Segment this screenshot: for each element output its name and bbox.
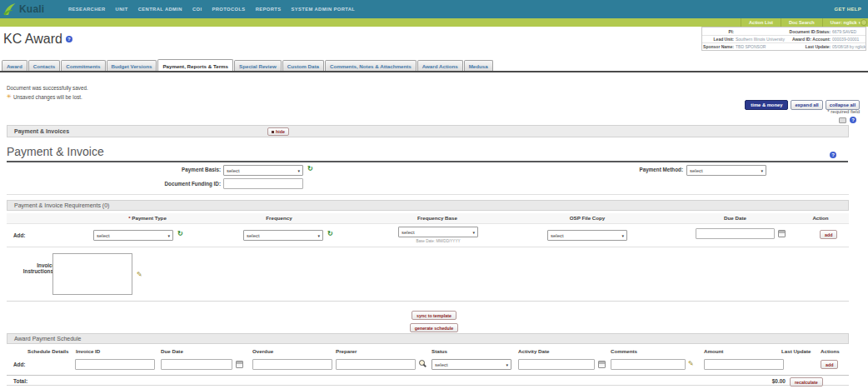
action-list-link[interactable]: Action List: [741, 18, 781, 27]
help-icon[interactable]: ?: [830, 152, 836, 158]
tab-commitments[interactable]: Commitments: [61, 60, 105, 71]
payment-type-header-text: Payment Type: [132, 215, 167, 221]
kuali-brand[interactable]: Kuali: [0, 2, 63, 16]
payment-invoices-panel-header: Payment & Invoices hide: [7, 125, 849, 137]
frequency-base-header: Frequency Base: [383, 215, 491, 221]
overdue-header: Overdue: [252, 348, 273, 354]
generate-schedule-button[interactable]: generate schedule: [410, 323, 459, 332]
lead-unit-label: Lead Unit:: [702, 37, 734, 42]
help-icon[interactable]: ?: [66, 36, 72, 42]
document-tabs: Award Contacts Commitments Budget Versio…: [0, 57, 868, 72]
frequency-base-select[interactable]: select ▾: [398, 227, 478, 237]
award-id-account-label: Award ID: Account:: [789, 37, 831, 42]
requirements-add-button[interactable]: add: [820, 230, 837, 239]
sync-to-template-button[interactable]: sync to template: [412, 311, 456, 320]
tab-comments-notes-attachments[interactable]: Comments, Notes & Attachments: [325, 60, 417, 71]
tab-payment-reports-terms[interactable]: Payment, Reports & Terms: [157, 59, 233, 72]
sponsor-name-label: Sponsor Name:: [702, 44, 734, 49]
document-funding-id-input[interactable]: [223, 178, 303, 189]
lookup-icon[interactable]: [419, 360, 427, 367]
pencil-icon[interactable]: ✎: [137, 272, 142, 278]
title-row: KC Award ?: [3, 32, 72, 47]
docinfo-row: Lead Unit: Southern Illinois University …: [702, 35, 866, 42]
activity-date-input[interactable]: [518, 359, 595, 370]
invoice-instructions-textarea[interactable]: [52, 253, 132, 295]
user-menu-indicator[interactable]: [861, 19, 867, 26]
tab-medusa[interactable]: Medusa: [464, 60, 493, 71]
payment-type-selected-value: select: [97, 233, 110, 238]
refresh-icon[interactable]: ↻: [177, 231, 183, 237]
nav-item-researcher[interactable]: RESEARCHER: [68, 7, 106, 12]
frequency-base-selected-value: select: [402, 230, 415, 235]
tab-award-actions[interactable]: Award Actions: [417, 60, 463, 71]
document-id-status-value: 6679:SAVED: [831, 29, 866, 34]
schedule-add-button[interactable]: add: [821, 360, 838, 369]
status-select[interactable]: select ▾: [432, 359, 511, 370]
amount-input[interactable]: [704, 359, 784, 370]
payment-invoice-heading-row: Payment & Invoice ?: [7, 143, 848, 162]
nav-item-central-admin[interactable]: CENTRAL ADMIN: [138, 7, 182, 12]
nav-item-unit[interactable]: UNIT: [116, 7, 128, 12]
schedule-details-header: Schedule Details: [27, 348, 69, 354]
top-navigation: Kuali RESEARCHER UNIT CENTRAL ADMIN COI …: [0, 0, 868, 18]
requirements-add-label: Add:: [13, 232, 25, 238]
status-header: Status: [432, 348, 447, 354]
utility-bar: Action List Doc Search User: nglick ▾: [0, 18, 868, 27]
print-icon[interactable]: [839, 117, 846, 123]
action-header: Action: [796, 215, 846, 221]
actions-header: Actions: [821, 348, 840, 354]
frequency-select[interactable]: select ▾: [243, 230, 323, 241]
hide-button[interactable]: hide: [267, 127, 289, 136]
calendar-icon[interactable]: [236, 361, 243, 368]
payment-basis-select[interactable]: select ▾: [223, 165, 303, 176]
payment-invoice-heading: Payment & Invoice: [7, 145, 104, 158]
get-help-link[interactable]: GET HELP: [835, 7, 861, 12]
tab-award[interactable]: Award: [2, 60, 27, 71]
osp-file-copy-header: OSP File Copy: [533, 215, 641, 221]
tab-special-review[interactable]: Special Review: [234, 60, 282, 71]
time-and-money-button[interactable]: time & money: [745, 100, 788, 110]
tab-budget-versions[interactable]: Budget Versions: [107, 60, 157, 71]
invoice-id-input[interactable]: [75, 359, 155, 370]
recalculate-button[interactable]: recalculate: [790, 377, 823, 387]
help-icon[interactable]: ?: [850, 117, 856, 123]
nav-item-system-admin-portal[interactable]: SYSTEM ADMIN PORTAL: [291, 7, 355, 12]
brand-text: Kuali: [19, 3, 44, 15]
doc-search-link[interactable]: Doc Search: [781, 18, 822, 27]
lead-unit-value: Southern Illinois University: [734, 37, 789, 42]
status-selected-value: select: [435, 362, 448, 367]
overdue-input[interactable]: [252, 359, 332, 370]
docinfo-row: Sponsor Name: TBD SPONSOR Last Update: 0…: [702, 42, 866, 50]
user-menu-label: User: nglick: [831, 20, 857, 25]
payment-type-select[interactable]: select ▾: [93, 230, 173, 241]
tab-contacts[interactable]: Contacts: [28, 60, 60, 71]
nav-item-reports[interactable]: REPORTS: [256, 7, 282, 12]
calendar-icon[interactable]: [778, 230, 786, 237]
unsaved-message: ✳ Unsaved changes will be lost.: [7, 93, 82, 100]
payment-invoices-panel-title: Payment & Invoices: [14, 128, 69, 134]
refresh-icon[interactable]: ↻: [327, 231, 333, 237]
comments-input[interactable]: [611, 359, 686, 370]
schedule-due-date-input[interactable]: [161, 359, 232, 370]
due-date-input[interactable]: [696, 228, 775, 239]
pencil-icon[interactable]: ✎: [688, 361, 694, 367]
tab-custom-data[interactable]: Custom Data: [282, 60, 324, 71]
requirements-section-header: Payment & Invoice Requirements (0): [7, 200, 849, 211]
chevron-down-icon: ▾: [167, 233, 170, 238]
preparer-input[interactable]: [336, 359, 416, 370]
document-funding-id-label: Document Funding ID:: [57, 181, 221, 187]
preparer-header: Preparer: [336, 348, 357, 354]
hide-button-label: hide: [276, 129, 285, 134]
payment-method-select[interactable]: select ▾: [686, 165, 766, 176]
payment-invoice-form: Payment Basis: select ▾ ↻ Payment Method…: [7, 163, 849, 195]
nav-item-coi[interactable]: COI: [192, 7, 202, 12]
page-title: KC Award: [3, 32, 62, 47]
osp-file-copy-select[interactable]: select ▾: [547, 230, 627, 241]
payment-type-header: * Payment Type: [93, 215, 202, 221]
expand-all-button[interactable]: expand all: [791, 100, 822, 110]
calendar-icon[interactable]: [598, 361, 606, 368]
nav-item-protocols[interactable]: PROTOCOLS: [212, 7, 245, 12]
payment-schedule-table-header: Schedule Details Invoice ID Due Date Ove…: [7, 347, 849, 357]
refresh-icon[interactable]: ↻: [307, 166, 313, 172]
due-date-header: Due Date: [161, 348, 183, 354]
